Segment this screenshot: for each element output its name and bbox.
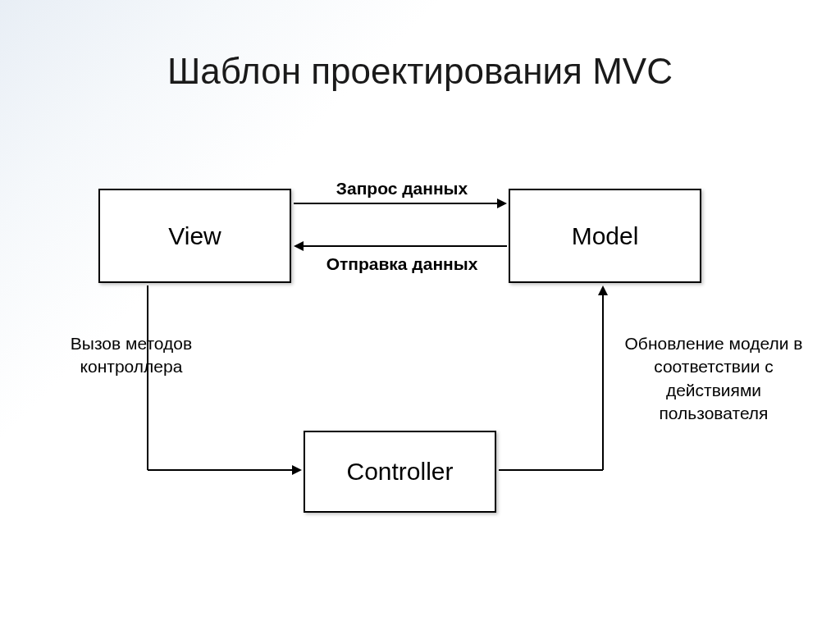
arrowhead-view-to-model xyxy=(497,199,507,208)
mvc-diagram: View Model Controller Запрос данных Отпр… xyxy=(0,0,840,630)
arrowhead-controller-to-model xyxy=(598,285,608,295)
arrows-svg xyxy=(0,0,840,630)
arrowhead-view-to-controller xyxy=(292,465,302,475)
arrowhead-model-to-view xyxy=(294,241,304,251)
